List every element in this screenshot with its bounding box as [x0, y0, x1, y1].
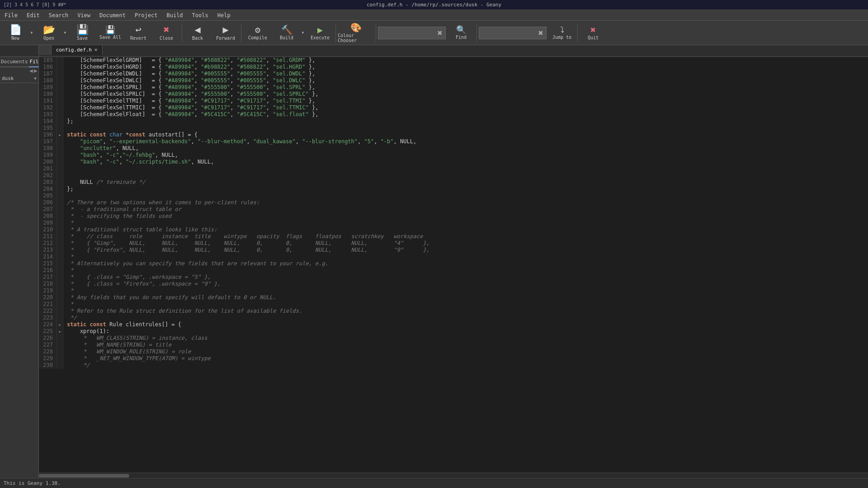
code-editor[interactable]: 185 [SchemeFlexSelGRDM] = { "#A89984", "…	[39, 57, 868, 478]
new-dropdown-arrow[interactable]: ▼	[29, 22, 34, 44]
find-label: Find	[456, 35, 467, 40]
back-icon: ◀	[194, 25, 200, 35]
toolbar-sep-1	[182, 24, 182, 42]
toolbar-sep-6	[577, 24, 578, 42]
code-line-221: 221 *	[39, 301, 868, 308]
open-label: Open	[43, 36, 54, 41]
jump-to-input[interactable]	[481, 30, 535, 36]
code-line-204: 204 };	[39, 186, 868, 192]
code-line-216: 216 *	[39, 267, 868, 274]
code-line-210: 210 * A traditional struct table looks l…	[39, 226, 868, 233]
code-line-215: 215 * Alternatively you can specify the …	[39, 260, 868, 267]
open-icon: 📂	[43, 25, 55, 35]
toolbar-sep-2	[241, 24, 241, 42]
menu-project[interactable]: Project	[130, 11, 162, 19]
menu-edit[interactable]: Edit	[22, 11, 44, 19]
new-label: New	[11, 36, 19, 41]
code-line-196: 196 ▸ static const char *const autostart…	[39, 131, 868, 138]
code-line-209: 209 *	[39, 220, 868, 226]
jump-to-input-group: ✖	[479, 27, 547, 39]
quit-icon: ✖	[590, 25, 596, 34]
forward-label: Forward	[216, 36, 235, 41]
jump-to-label: Jump to	[552, 35, 571, 40]
sidebar: Documents Files ◀ ▶ dusk ▼	[0, 57, 39, 478]
tab-config-def-h-label: config.def.h	[56, 47, 92, 53]
code-line-197: 197 "picom", "--experimental-backends", …	[39, 138, 868, 145]
save-all-icon: 💾	[105, 26, 115, 34]
jump-to-button[interactable]: ⤵ Jump to	[548, 22, 576, 44]
jump-to-clear-button[interactable]: ✖	[537, 29, 544, 37]
find-input[interactable]	[380, 30, 434, 36]
scrollbar-thumb[interactable]	[39, 474, 129, 478]
build-label: Build	[280, 35, 293, 40]
save-all-label: Save All	[99, 35, 121, 40]
find-button[interactable]: 🔍 Find	[448, 22, 475, 44]
menu-search[interactable]: Search	[44, 11, 73, 19]
sidebar-arrow-right[interactable]: ▶	[34, 68, 38, 73]
close-button[interactable]: ✖ Close	[153, 22, 180, 44]
code-line-193: 193 [SchemeFlexSelFloat] = { "#A89984", …	[39, 111, 868, 118]
execute-button[interactable]: ▶ Execute	[307, 22, 334, 44]
code-line-228: 228 * WM_WINDOW_ROLE(STRING) = role	[39, 348, 868, 355]
project-dropdown-arrow[interactable]: ▼	[34, 76, 37, 81]
quit-label: Quit	[588, 35, 599, 40]
jump-to-group: ✖ ⤵ Jump to	[479, 22, 576, 44]
build-icon: 🔨	[281, 25, 292, 34]
open-dropdown-arrow[interactable]: ▼	[62, 22, 68, 44]
save-label: Save	[77, 36, 88, 41]
colour-chooser-label: Colour Chooser	[338, 33, 374, 43]
menu-file[interactable]: File	[0, 11, 22, 19]
code-line-187: 187 [SchemeFlexSelDWDL] = { "#A89984", "…	[39, 70, 868, 77]
toolbar: 📄 New ▼ 📂 Open ▼ 💾 Save 💾 Save All ↩ Rev…	[0, 21, 868, 45]
code-line-212: 212 * { "Gimp", NULL, NULL, NULL, NULL, …	[39, 240, 868, 247]
find-clear-button[interactable]: ✖	[436, 29, 443, 37]
new-button[interactable]: 📄 New	[2, 22, 29, 44]
title-bar-left-icons: [2] 3 4 5 6 7 [8] 9 ##*	[4, 2, 66, 7]
quit-button[interactable]: ✖ Quit	[580, 22, 607, 44]
menu-view[interactable]: View	[73, 11, 95, 19]
code-line-206: 206 /* There are two options when it com…	[39, 199, 868, 206]
horizontal-scrollbar[interactable]	[39, 473, 868, 478]
window-title: config.def.h - /home/rp/.sources/dusk - …	[367, 2, 501, 8]
save-all-button[interactable]: 💾 Save All	[97, 22, 124, 44]
code-line-191: 191 [SchemeFlexSelTTMI] = { "#A89984", "…	[39, 98, 868, 104]
code-line-201: 201	[39, 165, 868, 172]
code-line-185: 185 [SchemeFlexSelGRDM] = { "#A89984", "…	[39, 57, 868, 64]
menu-build[interactable]: Build	[162, 11, 187, 19]
jump-to-icon: ⤵	[560, 26, 564, 34]
tab-documents-placeholder[interactable]	[39, 45, 52, 55]
menu-tools[interactable]: Tools	[188, 11, 213, 19]
code-line-194: 194 };	[39, 118, 868, 125]
code-line-227: 227 * WM_NAME(STRING) = title	[39, 342, 868, 348]
build-dropdown-arrow[interactable]: ▼	[300, 22, 306, 44]
code-line-199: 199 "bash", "-c","~/.fehbg", NULL,	[39, 152, 868, 159]
colour-chooser-button[interactable]: 🎨 Colour Chooser	[338, 22, 374, 44]
sidebar-tab-documents[interactable]: Documents	[0, 57, 29, 67]
title-bar: [2] 3 4 5 6 7 [8] 9 ##* config.def.h - /…	[0, 0, 868, 10]
open-button[interactable]: 📂 Open	[35, 22, 62, 44]
save-button[interactable]: 💾 Save	[69, 22, 96, 44]
sidebar-panel-arrows: ◀ ▶	[0, 67, 38, 74]
save-icon: 💾	[76, 25, 89, 35]
menu-help[interactable]: Help	[213, 11, 235, 19]
revert-button[interactable]: ↩ Revert	[125, 22, 152, 44]
execute-icon: ▶	[317, 25, 323, 34]
code-line-192: 192 [SchemeFlexSelTTMIC] = { "#A89984", …	[39, 104, 868, 111]
sidebar-arrow-left[interactable]: ◀	[29, 68, 33, 73]
forward-icon: ▶	[222, 25, 228, 35]
code-line-230: 230 */	[39, 362, 868, 369]
build-button[interactable]: 🔨 Build	[273, 22, 300, 44]
compile-button[interactable]: ⚙ Compile	[243, 22, 272, 44]
code-line-213: 213 * { "Firefox", NULL, NULL, NULL, NUL…	[39, 247, 868, 253]
code-line-211: 211 * // class role instance title winty…	[39, 233, 868, 240]
menu-document[interactable]: Document	[95, 11, 130, 19]
code-line-205: 205	[39, 192, 868, 199]
find-input-group: ✖	[378, 27, 446, 39]
back-button[interactable]: ◀ Back	[184, 22, 211, 44]
code-content: 185 [SchemeFlexSelGRDM] = { "#A89984", "…	[39, 57, 868, 478]
tab-close-icon[interactable]: ✖	[94, 47, 98, 53]
tab-config-def-h[interactable]: config.def.h ✖	[52, 45, 103, 55]
forward-button[interactable]: ▶ Forward	[212, 22, 239, 44]
back-label: Back	[192, 36, 203, 41]
code-line-214: 214 *	[39, 253, 868, 260]
